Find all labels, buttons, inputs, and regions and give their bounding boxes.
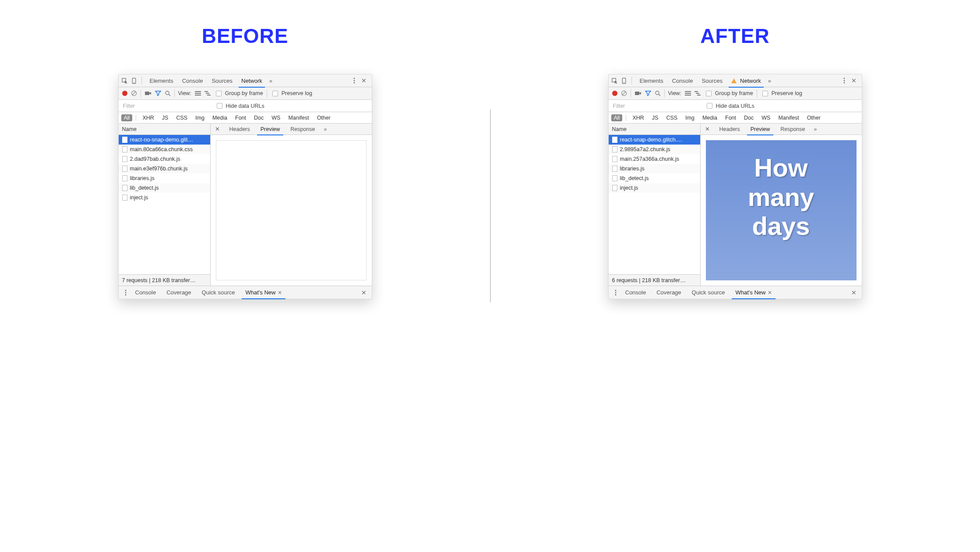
hide-data-urls-checkbox[interactable]: Hide data URLs xyxy=(215,102,264,110)
chip-font[interactable]: Font xyxy=(723,114,739,121)
column-name[interactable]: Name xyxy=(609,124,700,135)
request-row[interactable]: main.257a366a.chunk.js xyxy=(609,154,700,164)
drawer-tab-whatsnew[interactable]: What's New✕ xyxy=(240,286,287,299)
tab-console[interactable]: Console xyxy=(668,74,698,87)
chip-doc[interactable]: Doc xyxy=(251,114,266,121)
waterfall-icon[interactable] xyxy=(694,91,701,96)
close-tab-icon[interactable]: ✕ xyxy=(278,290,282,296)
chip-manifest[interactable]: Manifest xyxy=(286,114,311,121)
close-drawer-icon[interactable]: ✕ xyxy=(851,289,857,296)
request-row[interactable]: inject.js xyxy=(119,193,210,202)
camera-icon[interactable] xyxy=(145,91,152,96)
chip-all[interactable]: All xyxy=(611,114,623,121)
tab-console[interactable]: Console xyxy=(178,74,208,87)
tab-elements[interactable]: Elements xyxy=(145,74,178,87)
close-detail-icon[interactable]: ✕ xyxy=(211,126,224,132)
request-row[interactable]: main.80ca66ca.chunk.css xyxy=(119,145,210,154)
tab-network[interactable]: Network xyxy=(727,74,765,87)
drawer-tab-coverage[interactable]: Coverage xyxy=(161,286,196,299)
search-icon[interactable] xyxy=(165,90,171,96)
chip-css[interactable]: CSS xyxy=(173,114,190,121)
column-name[interactable]: Name xyxy=(119,124,210,135)
hide-data-urls-checkbox[interactable]: Hide data URLs xyxy=(705,102,754,110)
kebab-menu-icon[interactable] xyxy=(840,78,849,84)
large-rows-icon[interactable] xyxy=(685,91,691,96)
clear-icon[interactable] xyxy=(131,90,137,96)
chip-ws[interactable]: WS xyxy=(269,114,283,121)
record-icon[interactable] xyxy=(612,91,617,96)
kebab-menu-icon[interactable] xyxy=(350,78,359,84)
request-row[interactable]: inject.js xyxy=(609,183,700,193)
tab-sources[interactable]: Sources xyxy=(207,74,237,87)
filter-icon[interactable] xyxy=(155,90,161,96)
chip-font[interactable]: Font xyxy=(233,114,249,121)
chip-img[interactable]: Img xyxy=(193,114,207,121)
close-tab-icon[interactable]: ✕ xyxy=(768,290,772,296)
filter-input[interactable] xyxy=(122,102,210,110)
chip-other[interactable]: Other xyxy=(804,114,823,121)
chip-js[interactable]: JS xyxy=(159,114,171,121)
close-devtools-icon[interactable]: ✕ xyxy=(359,77,369,84)
preserve-log-checkbox[interactable]: Preserve log xyxy=(761,89,802,98)
chip-css[interactable]: CSS xyxy=(663,114,680,121)
device-toggle-icon[interactable] xyxy=(131,78,138,84)
request-row[interactable]: lib_detect.js xyxy=(119,183,210,193)
waterfall-icon[interactable] xyxy=(204,91,211,96)
drawer-tab-quicksource[interactable]: Quick source xyxy=(687,286,730,299)
tabs-overflow[interactable]: » xyxy=(765,74,774,87)
tab-sources[interactable]: Sources xyxy=(697,74,727,87)
request-row[interactable]: lib_detect.js xyxy=(609,173,700,183)
detail-tab-response[interactable]: Response xyxy=(775,124,810,135)
chip-other[interactable]: Other xyxy=(314,114,333,121)
detail-tab-preview[interactable]: Preview xyxy=(255,124,285,135)
chip-media[interactable]: Media xyxy=(700,114,720,121)
chip-xhr[interactable]: XHR xyxy=(630,114,646,121)
detail-tab-preview[interactable]: Preview xyxy=(745,124,775,135)
drawer-kebab-icon[interactable] xyxy=(121,290,130,296)
large-rows-icon[interactable] xyxy=(195,91,201,96)
chip-js[interactable]: JS xyxy=(649,114,661,121)
detail-tab-overflow[interactable]: » xyxy=(811,124,821,135)
camera-icon[interactable] xyxy=(635,91,642,96)
chip-manifest[interactable]: Manifest xyxy=(776,114,801,121)
request-row[interactable]: 2.9895a7a2.chunk.js xyxy=(609,145,700,154)
chip-all[interactable]: All xyxy=(121,114,133,121)
drawer-tab-console[interactable]: Console xyxy=(620,286,652,299)
record-icon[interactable] xyxy=(122,91,127,96)
drawer-tab-whatsnew[interactable]: What's New✕ xyxy=(730,286,777,299)
inspect-icon[interactable] xyxy=(121,78,128,84)
close-detail-icon[interactable]: ✕ xyxy=(701,126,714,132)
request-row[interactable]: main.e3ef976b.chunk.js xyxy=(119,164,210,173)
filter-input[interactable] xyxy=(612,102,700,110)
drawer-tab-coverage[interactable]: Coverage xyxy=(651,286,686,299)
request-row[interactable]: libraries.js xyxy=(119,173,210,183)
drawer-kebab-icon[interactable] xyxy=(611,290,620,296)
detail-tab-overflow[interactable]: » xyxy=(321,124,331,135)
detail-tab-response[interactable]: Response xyxy=(285,124,320,135)
filter-icon[interactable] xyxy=(645,90,651,96)
tabs-overflow[interactable]: » xyxy=(267,74,275,87)
search-icon[interactable] xyxy=(655,90,661,96)
preserve-log-checkbox[interactable]: Preserve log xyxy=(271,89,312,98)
group-by-frame-checkbox[interactable]: Group by frame xyxy=(214,89,263,98)
chip-ws[interactable]: WS xyxy=(759,114,773,121)
chip-xhr[interactable]: XHR xyxy=(140,114,156,121)
close-drawer-icon[interactable]: ✕ xyxy=(361,289,367,296)
detail-tab-headers[interactable]: Headers xyxy=(714,124,745,135)
clear-icon[interactable] xyxy=(621,90,627,96)
drawer-tab-quicksource[interactable]: Quick source xyxy=(197,286,240,299)
request-row[interactable]: react-no-snap-demo.glit… xyxy=(119,135,210,145)
detail-tab-headers[interactable]: Headers xyxy=(224,124,255,135)
close-devtools-icon[interactable]: ✕ xyxy=(849,77,859,84)
drawer-tab-console[interactable]: Console xyxy=(130,286,162,299)
chip-doc[interactable]: Doc xyxy=(741,114,756,121)
device-toggle-icon[interactable] xyxy=(621,78,628,84)
request-row[interactable]: 2.dad97bab.chunk.js xyxy=(119,154,210,164)
tab-elements[interactable]: Elements xyxy=(635,74,668,87)
tab-network[interactable]: Network xyxy=(237,74,267,87)
inspect-icon[interactable] xyxy=(611,78,618,84)
group-by-frame-checkbox[interactable]: Group by frame xyxy=(704,89,753,98)
request-row[interactable]: react-snap-demo.glitch.… xyxy=(609,135,700,145)
request-row[interactable]: libraries.js xyxy=(609,164,700,173)
chip-img[interactable]: Img xyxy=(683,114,697,121)
